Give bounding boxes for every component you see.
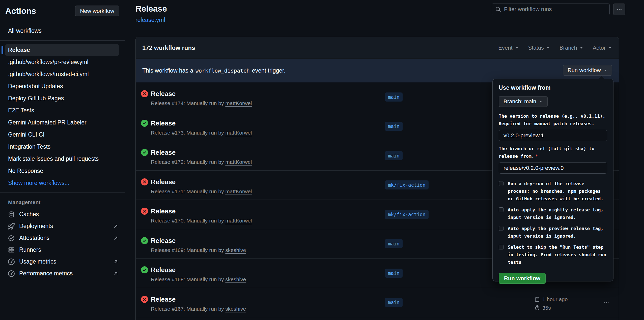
run-title-link[interactable]: Release <box>151 266 176 274</box>
filter-dropdown-actor[interactable]: Actor <box>593 45 612 51</box>
branch-pill[interactable]: main <box>385 92 403 102</box>
run-meta: 1 hour ago35s <box>535 296 568 311</box>
sidebar-item-workflow[interactable]: Release <box>5 44 119 56</box>
run-actor-link[interactable]: mattKorwel <box>225 130 252 136</box>
ref-input[interactable] <box>499 162 607 174</box>
run-actor-link[interactable]: skeshive <box>225 247 246 253</box>
x-circle-icon <box>141 208 148 215</box>
sidebar-item-workflow[interactable]: Deploy GitHub Pages <box>5 92 119 104</box>
check-circle-icon <box>141 120 148 127</box>
popover-checkbox[interactable] <box>499 181 503 186</box>
calendar-icon <box>535 297 540 302</box>
filter-workflow-runs-input[interactable] <box>504 6 606 13</box>
sidebar-item-workflow[interactable]: .github/workflows/pr-review.yml <box>5 56 119 68</box>
workflow-run-row[interactable]: ReleaseRelease #167: Manually run by ske… <box>136 288 619 317</box>
filter-dropdown-status[interactable]: Status <box>528 45 550 51</box>
sidebar-item-workflow[interactable]: Gemini Automated PR Labeler <box>5 117 119 129</box>
sidebar-item-workflow[interactable]: No Response <box>5 165 119 177</box>
workflow-file-link[interactable]: release.yml <box>135 17 165 23</box>
run-duration: 35s <box>535 305 568 311</box>
sidebar-item-all-workflows[interactable]: All workflows <box>5 25 119 37</box>
sidebar-item-workflow[interactable]: .github/workflows/trusted-ci.yml <box>5 68 119 80</box>
sidebar-item-usage-metrics[interactable]: Usage metrics <box>0 256 125 268</box>
run-actor-link[interactable]: skeshive <box>225 276 246 282</box>
sidebar-item-performance-metrics[interactable]: Performance metrics <box>0 268 125 279</box>
workflow-title: Release <box>135 4 167 14</box>
sidebar-item-workflow[interactable]: E2E Tests <box>5 105 119 116</box>
branch-select-button[interactable]: Branch: main <box>499 96 548 107</box>
filter-dropdown-branch[interactable]: Branch <box>559 45 584 51</box>
new-workflow-button[interactable]: New workflow <box>75 6 119 16</box>
management-item-label: Caches <box>19 211 39 218</box>
popover-checkbox[interactable] <box>499 207 503 212</box>
branch-pill[interactable]: main <box>385 151 403 160</box>
sidebar-divider <box>0 193 125 193</box>
popover-checkbox[interactable] <box>499 226 503 231</box>
run-subtitle: Release #170: Manually run by mattKorwel <box>151 218 252 224</box>
management-item-label: Deployments <box>19 223 53 230</box>
run-actor-link[interactable]: skeshive <box>225 306 246 312</box>
sidebar-item-attestations[interactable]: Attestations <box>0 232 125 244</box>
sidebar-item-workflow[interactable]: Dependabot Updates <box>5 80 119 92</box>
run-subtitle: Release #168: Manually run by skeshive <box>151 276 246 282</box>
runs-list-header: 172 workflow runs EventStatusBranchActor <box>136 37 619 59</box>
meter-icon <box>8 270 15 277</box>
popover-checkbox-row: Auto apply the nightly release tag, inpu… <box>499 206 607 221</box>
workflow-options-button[interactable] <box>613 4 625 15</box>
branch-pill[interactable]: mk/fix-action <box>385 180 429 189</box>
arrow-up-right-icon <box>113 259 119 265</box>
meter-icon <box>8 259 15 265</box>
show-more-workflows-link[interactable]: Show more workflows... <box>5 177 119 189</box>
x-circle-icon <box>141 90 148 97</box>
popover-checkbox-label: Select to skip the "Run Tests" step in t… <box>508 243 606 266</box>
run-workflow-dropdown-button[interactable]: Run workflow <box>563 65 612 76</box>
sidebar-item-workflow[interactable]: Mark stale issues and pull requests <box>5 153 119 165</box>
version-input[interactable] <box>499 130 607 141</box>
sidebar-item-caches[interactable]: Caches <box>0 208 125 220</box>
run-title-link[interactable]: Release <box>151 90 176 98</box>
search-icon <box>495 7 501 12</box>
sidebar-divider <box>0 40 125 41</box>
branch-pill[interactable]: main <box>385 122 403 131</box>
popover-checkbox-row: Select to skip the "Run Tests" step in t… <box>499 243 607 266</box>
run-subtitle: Release #172: Manually run by mattKorwel <box>151 159 252 165</box>
run-title-link[interactable]: Release <box>151 178 176 186</box>
run-title-link[interactable]: Release <box>151 119 176 127</box>
branch-pill[interactable]: main <box>385 269 403 278</box>
run-options-button[interactable] <box>601 298 612 307</box>
popover-checkbox-row: Run a dry-run of the release process; no… <box>499 180 607 203</box>
management-list: CachesDeploymentsAttestationsRunnersUsag… <box>0 208 125 279</box>
management-item-label: Performance metrics <box>19 270 73 277</box>
run-actor-link[interactable]: mattKorwel <box>225 188 252 194</box>
caret-down-icon <box>603 68 607 72</box>
kebab-icon <box>617 7 622 12</box>
check-circle-icon <box>141 149 148 156</box>
popover-checkbox[interactable] <box>499 245 503 249</box>
run-workflow-submit-button[interactable]: Run workflow <box>499 273 546 284</box>
run-subtitle: Release #174: Manually run by mattKorwel <box>151 100 252 106</box>
run-actor-link[interactable]: mattKorwel <box>225 159 252 165</box>
sidebar-item-workflow[interactable]: Integration Tests <box>5 141 119 153</box>
popover-checkbox-label: Auto apply the preview release tag, inpu… <box>508 225 603 240</box>
check-circle-icon <box>141 266 148 273</box>
version-help-text: The version to release (e.g., v0.1.11). … <box>499 112 607 127</box>
ref-help-text: The branch or ref (full git sha) to rele… <box>499 145 607 160</box>
run-title-link[interactable]: Release <box>151 296 176 303</box>
run-title-link[interactable]: Release <box>151 207 176 215</box>
sidebar-item-runners[interactable]: Runners <box>0 244 125 256</box>
management-section-label: Management <box>0 199 125 205</box>
run-title-link[interactable]: Release <box>151 237 176 245</box>
filter-dropdown-event[interactable]: Event <box>498 45 519 51</box>
sidebar-item-workflow[interactable]: Gemini CLI CI <box>5 129 119 141</box>
run-actor-link[interactable]: mattKorwel <box>225 100 252 106</box>
run-actor-link[interactable]: mattKorwel <box>225 218 252 223</box>
run-title-link[interactable]: Release <box>151 149 176 156</box>
branch-pill[interactable]: mk/fix-action <box>385 210 429 219</box>
banner-text: This workflow has aworkflow_dispatcheven… <box>142 67 286 74</box>
sidebar-item-deployments[interactable]: Deployments <box>0 220 125 232</box>
branch-pill[interactable]: main <box>385 239 403 248</box>
branch-pill[interactable]: main <box>385 298 403 307</box>
filter-workflow-runs-input-wrap <box>492 4 610 15</box>
x-circle-icon <box>141 296 148 303</box>
popover-title: Use workflow from <box>499 84 607 91</box>
